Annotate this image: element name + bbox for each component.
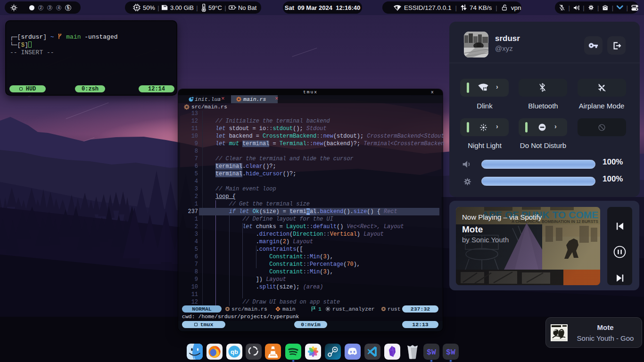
svg-text:qb: qb xyxy=(231,348,238,355)
svg-text:$W: $W xyxy=(446,348,455,357)
svg-text:$W: $W xyxy=(427,348,436,357)
